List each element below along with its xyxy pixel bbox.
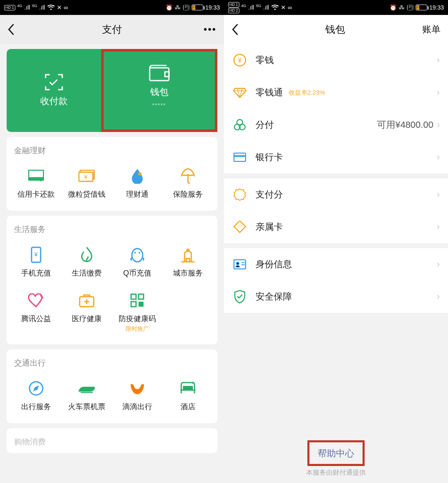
pay-screen: HD 1 4G.ıll 5G.ıll ✕∞ ⏰ ⁂ 📳 19 19:33 支付: [0, 0, 224, 483]
section-title: 购物消费: [11, 435, 213, 453]
wallet-button[interactable]: 钱包 *****: [101, 49, 217, 132]
building-icon: [180, 246, 196, 263]
svg-rect-17: [131, 302, 136, 307]
grid-item-credit-repay[interactable]: 信用卡还款: [11, 162, 61, 207]
svg-rect-20: [183, 386, 193, 390]
svg-text:¥: ¥: [238, 57, 242, 64]
clock-text: 19:33: [205, 4, 220, 11]
row-change[interactable]: ¥ 零钱 ›: [224, 44, 448, 76]
heart-icon: [28, 292, 44, 309]
svg-text:¥: ¥: [34, 251, 38, 258]
penguin-icon: [129, 246, 146, 263]
phone-icon: ¥: [28, 246, 44, 263]
grid-item-city-service[interactable]: 城市服务: [163, 241, 213, 286]
wallet-group-security: 身份信息 › 安全保障 ›: [224, 248, 448, 313]
provider-text: 本服务由财付通提供: [224, 468, 448, 477]
row-identity[interactable]: 身份信息 ›: [224, 248, 448, 281]
bankcard-icon: [232, 150, 247, 165]
page-title: 支付: [24, 23, 200, 36]
row-security[interactable]: 安全保障 ›: [224, 281, 448, 313]
footer: 帮助中心 本服务由财付通提供: [224, 440, 448, 477]
svg-point-12: [139, 252, 140, 254]
pay-receive-button[interactable]: 收付款: [7, 49, 101, 132]
section-finance: 金融理财 信用卡还款 ¥ 微粒贷借钱 理财通 保险服务: [7, 137, 217, 211]
svg-rect-16: [139, 294, 144, 299]
grid-item-utilities[interactable]: 生活缴费: [61, 241, 112, 286]
row-bankcard[interactable]: 银行卡 ›: [224, 141, 448, 173]
bed-icon: [180, 380, 196, 397]
more-button[interactable]: •••: [200, 24, 217, 35]
nav-header: 钱包 账单: [224, 15, 448, 44]
help-center-button[interactable]: 帮助中心: [307, 440, 365, 466]
section-title: 交通出行: [11, 356, 213, 374]
wallet-screen: HD 1HD 2 4G.ıll 5G.ıll ✕∞ ⏰ ⁂ 📳 19 19:33…: [224, 0, 448, 483]
svg-point-7: [138, 172, 141, 176]
bills-link[interactable]: 账单: [422, 23, 441, 36]
back-button[interactable]: [7, 24, 24, 35]
nav-header: 支付 •••: [0, 15, 224, 44]
grid-item-travel-service[interactable]: 出行服务: [11, 374, 61, 420]
section-title: 生活服务: [11, 222, 213, 241]
grid-item-didi[interactable]: 滴滴出行: [112, 374, 163, 420]
medkit-icon: [78, 292, 95, 309]
svg-rect-27: [234, 155, 246, 157]
battery-icon: 19: [192, 5, 203, 10]
svg-text:¥: ¥: [84, 173, 88, 180]
grid-item-qcoin[interactable]: Q币充值: [112, 241, 163, 286]
bluetooth-icon: ⁂: [399, 4, 404, 11]
wifi-icon: [47, 5, 55, 10]
bluetooth-icon: ⁂: [175, 4, 180, 11]
vibrate-icon: 📳: [407, 4, 414, 11]
chevron-right-icon: ›: [437, 55, 440, 66]
row-family-card[interactable]: 亲属卡 ›: [224, 211, 448, 243]
chevron-right-icon: ›: [437, 152, 440, 163]
row-payscore[interactable]: 支付分 ›: [224, 178, 448, 211]
svg-rect-3: [29, 177, 44, 180]
yuan-card-icon: ¥: [78, 168, 95, 184]
svg-point-29: [236, 262, 239, 265]
section-life: 生活服务 ¥ 手机充值 生活缴费 Q币充值 城市服务: [7, 216, 217, 344]
shield-icon: [232, 289, 247, 304]
svg-rect-18: [139, 302, 144, 307]
fenfu-available: 可用¥4800.00: [377, 119, 433, 131]
row-lqt[interactable]: 零钱通 收益率2.23% ›: [224, 76, 448, 109]
status-bar: HD 1 4G.ıll 5G.ıll ✕∞ ⏰ ⁂ 📳 19 19:33: [0, 0, 224, 15]
svg-rect-15: [131, 294, 136, 299]
alarm-icon: ⏰: [166, 4, 173, 11]
badge-icon: [232, 187, 247, 202]
vibrate-icon: 📳: [183, 4, 190, 11]
row-fenfu[interactable]: 分付 可用¥4800.00 ›: [224, 109, 448, 141]
chevron-right-icon: ›: [437, 291, 440, 302]
section-title: 金融理财: [11, 144, 213, 162]
grid-item-weloan[interactable]: ¥ 微粒贷借钱: [61, 162, 112, 207]
status-bar: HD 1HD 2 4G.ıll 5G.ıll ✕∞ ⏰ ⁂ 📳 19 19:33: [224, 0, 448, 15]
chevron-right-icon: ›: [437, 120, 440, 130]
didi-icon: [129, 380, 146, 397]
grid-item-phone-topup[interactable]: ¥ 手机充值: [11, 241, 61, 286]
train-icon: [78, 380, 95, 397]
wallet-group-balance: ¥ 零钱 › 零钱通 收益率2.23% › 分付 可用¥4800.00 ›: [224, 44, 448, 173]
qr-icon: [129, 292, 146, 309]
grid-item-licaitong[interactable]: 理财通: [112, 162, 163, 207]
alarm-icon: ⏰: [390, 4, 397, 11]
chevron-right-icon: ›: [437, 259, 440, 270]
battery-icon: 19: [416, 5, 427, 10]
back-button[interactable]: [231, 24, 248, 35]
wallet-group-score: 支付分 › 亲属卡 ›: [224, 178, 448, 243]
chevron-right-icon: ›: [437, 87, 440, 98]
section-transport: 交通出行 出行服务 火车票机票 滴滴出行 酒店: [7, 349, 217, 423]
heart-card-icon: [232, 220, 247, 234]
grid-item-hotel[interactable]: 酒店: [163, 374, 213, 420]
coin-icon: ¥: [232, 53, 247, 68]
grid-item-train-flight[interactable]: 火车票机票: [61, 374, 112, 420]
chevron-right-icon: ›: [437, 189, 440, 200]
id-icon: [232, 257, 247, 272]
grid-item-health-code[interactable]: 防疫健康码 限时推广: [112, 286, 163, 341]
scan-icon: [44, 73, 64, 91]
grid-item-insurance[interactable]: 保险服务: [163, 162, 213, 207]
grid-item-charity[interactable]: 腾讯公益: [11, 286, 61, 341]
section-shopping: 购物消费: [7, 428, 217, 453]
hd1-icon: HD 1: [4, 5, 15, 10]
grid-item-medical[interactable]: 医疗健康: [61, 286, 112, 341]
circles-icon: [232, 117, 247, 132]
